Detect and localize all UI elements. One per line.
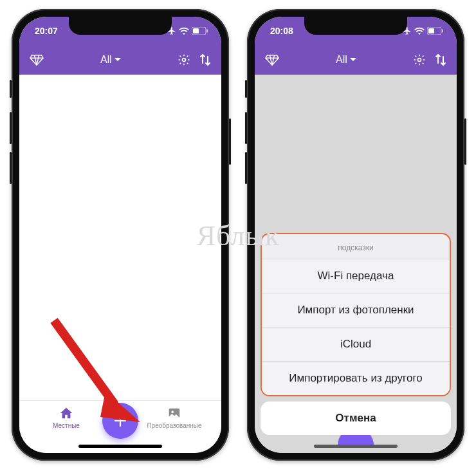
- svg-point-3: [183, 59, 186, 62]
- svg-rect-2: [206, 30, 208, 33]
- add-button[interactable]: [102, 403, 138, 439]
- sheet-item-wifi[interactable]: Wi-Fi передача: [262, 259, 450, 293]
- filter-label: All: [336, 54, 347, 66]
- sort-icon[interactable]: [435, 53, 446, 66]
- tab-converted[interactable]: Преобразованные: [145, 406, 203, 429]
- image-icon: [167, 406, 181, 420]
- sort-icon[interactable]: [199, 53, 211, 66]
- app-header: All: [19, 45, 221, 75]
- phone-left: 20:07 All: [12, 9, 229, 461]
- wifi-icon: [179, 27, 189, 35]
- status-indicators: [167, 26, 208, 35]
- gear-icon[interactable]: [178, 53, 190, 66]
- home-indicator[interactable]: [314, 445, 398, 448]
- chevron-down-icon: [350, 57, 356, 63]
- gear-icon[interactable]: [413, 53, 426, 66]
- battery-icon: [427, 27, 444, 35]
- sheet-item-camera-roll[interactable]: Импорт из фотопленки: [262, 293, 450, 328]
- sheet-item-icloud[interactable]: iCloud: [262, 328, 450, 362]
- sheet-item-other[interactable]: Импортировать из другого: [262, 362, 450, 395]
- svg-point-5: [171, 411, 174, 413]
- filter-label: All: [100, 54, 112, 66]
- battery-icon: [192, 27, 208, 35]
- app-header: All: [255, 45, 457, 75]
- filter-dropdown[interactable]: All: [336, 54, 356, 66]
- content-area: [19, 75, 221, 400]
- tab-local[interactable]: Местные: [37, 406, 95, 429]
- svg-rect-7: [428, 28, 434, 33]
- content-area-dimmed[interactable]: подсказки Wi-Fi передача Импорт из фотоп…: [255, 75, 457, 453]
- diamond-icon[interactable]: [30, 53, 44, 67]
- phone-right: 20:08 All: [247, 9, 464, 461]
- action-sheet-title: подсказки: [262, 234, 450, 259]
- tab-local-label: Местные: [53, 422, 80, 429]
- status-time: 20:07: [35, 26, 58, 36]
- chevron-down-icon: [114, 57, 121, 63]
- notch: [69, 17, 172, 35]
- tab-converted-label: Преобразованные: [147, 422, 201, 429]
- home-indicator[interactable]: [78, 445, 162, 448]
- cancel-button[interactable]: Отмена: [261, 402, 451, 435]
- svg-point-9: [418, 59, 421, 62]
- filter-dropdown[interactable]: All: [100, 54, 121, 66]
- status-time: 20:08: [270, 26, 293, 36]
- svg-rect-1: [193, 28, 199, 33]
- plus-icon: [113, 413, 128, 429]
- svg-rect-8: [442, 30, 443, 33]
- status-indicators: [403, 26, 444, 35]
- wifi-icon: [414, 27, 425, 35]
- diamond-icon[interactable]: [265, 53, 279, 67]
- action-sheet: подсказки Wi-Fi передача Импорт из фотоп…: [261, 233, 451, 396]
- home-icon: [59, 406, 73, 420]
- notch: [304, 17, 407, 35]
- tab-bar: Местные Преобразованные: [19, 400, 221, 453]
